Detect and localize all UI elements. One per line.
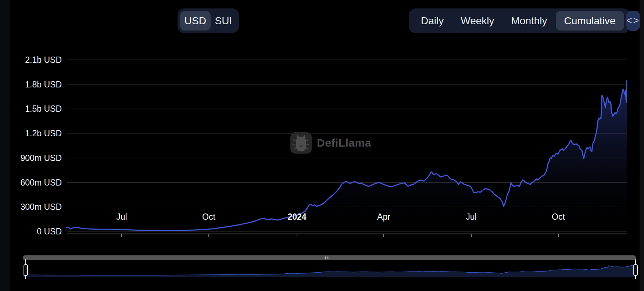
brush-left-handle-icon[interactable]: [24, 264, 28, 276]
currency-toggle: USD SUI: [178, 8, 239, 33]
code-embed-icon: <>: [626, 15, 640, 26]
x-axis-label: Oct: [552, 212, 565, 222]
defillama-llama-logo-icon: [290, 132, 312, 154]
x-axis-label: Oct: [202, 212, 215, 222]
x-axis-label: Jul: [466, 212, 476, 222]
y-axis-label: 0 USD: [7, 227, 62, 236]
y-axis-label: 1.5b USD: [7, 104, 62, 114]
y-axis-label: 2.1b USD: [7, 55, 62, 65]
period-option-cumulative[interactable]: Cumulative: [556, 11, 624, 30]
period-toggle: Daily Weekly Monthly Cumulative <>: [409, 8, 630, 33]
x-axis: [67, 234, 627, 237]
y-axis-label: 600m USD: [7, 178, 62, 187]
y-axis-label: 300m USD: [7, 202, 62, 212]
brush-right-handle-icon[interactable]: [633, 264, 638, 276]
series-area-fill: [66, 81, 627, 232]
y-axis-label: 900m USD: [7, 153, 62, 163]
period-option-monthly[interactable]: Monthly: [503, 11, 556, 30]
brush-range-bar[interactable]: [23, 255, 636, 260]
y-axis-label: 1.2b USD: [7, 129, 62, 138]
embed-chart-button[interactable]: <>: [626, 11, 640, 31]
x-axis-label: Jul: [116, 212, 127, 222]
x-axis-label: 2024: [287, 212, 306, 222]
period-option-daily[interactable]: Daily: [412, 11, 452, 30]
y-axis-label: 1.8b USD: [7, 80, 62, 89]
currency-option-usd[interactable]: USD: [180, 11, 211, 30]
x-axis-label: Apr: [377, 212, 390, 222]
currency-option-sui[interactable]: SUI: [211, 11, 236, 30]
drag-grip-dots-icon[interactable]: [325, 256, 329, 259]
period-option-weekly[interactable]: Weekly: [452, 11, 502, 30]
watermark-brand-text: DefiLlama: [317, 137, 371, 149]
defillama-watermark: DefiLlama: [290, 132, 371, 154]
